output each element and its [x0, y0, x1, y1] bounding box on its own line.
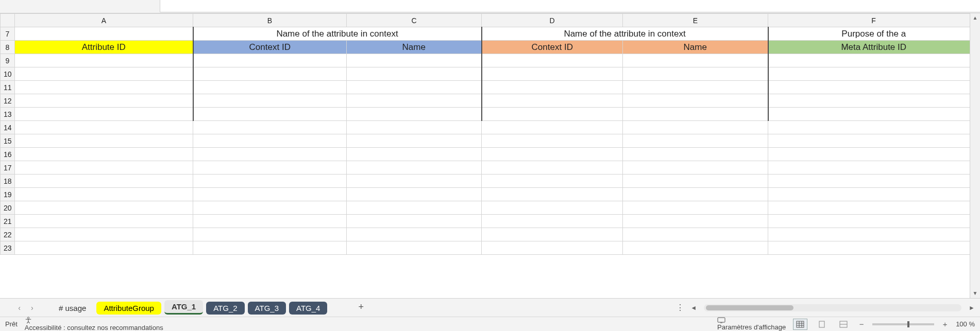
cell-C14[interactable] — [347, 121, 482, 134]
cell-A15[interactable] — [15, 134, 193, 148]
cell-A18[interactable] — [15, 175, 193, 188]
cell-F8[interactable]: Meta Attribute ID — [768, 41, 979, 54]
cell-F14[interactable] — [768, 121, 979, 134]
cell-B17[interactable] — [193, 161, 347, 175]
cell-D11[interactable] — [482, 81, 623, 94]
sheet-nav-prev-icon[interactable]: ‹ — [18, 304, 21, 312]
cell-C21[interactable] — [347, 215, 482, 228]
cell-F22[interactable] — [768, 228, 979, 241]
cell-E20[interactable] — [623, 201, 768, 215]
row-header-21[interactable]: 21 — [1, 215, 15, 228]
formula-bar[interactable] — [160, 0, 980, 12]
cell-D13[interactable] — [482, 108, 623, 121]
row-header-19[interactable]: 19 — [1, 188, 15, 201]
hscroll-left-icon[interactable]: ◄ — [690, 304, 697, 311]
horizontal-scrollbar-thumb[interactable] — [706, 305, 793, 310]
cell-D23[interactable] — [482, 241, 623, 255]
cell-B13[interactable] — [193, 108, 347, 121]
cell-D17[interactable] — [482, 161, 623, 175]
row-header-8[interactable]: 8 — [1, 41, 15, 54]
cell-E8[interactable]: Name — [623, 41, 768, 54]
row-header-15[interactable]: 15 — [1, 134, 15, 148]
row-header-23[interactable]: 23 — [1, 241, 15, 255]
cell-E9[interactable] — [623, 54, 768, 67]
cell-F15[interactable] — [768, 134, 979, 148]
cell-B14[interactable] — [193, 121, 347, 134]
sheet-tab-usage[interactable]: # usage — [52, 302, 93, 315]
cell-A19[interactable] — [15, 188, 193, 201]
cell-F9[interactable] — [768, 54, 979, 67]
row-header-14[interactable]: 14 — [1, 121, 15, 134]
row-header-12[interactable]: 12 — [1, 94, 15, 108]
cell-C13[interactable] — [347, 108, 482, 121]
row-header-16[interactable]: 16 — [1, 148, 15, 161]
cell-C16[interactable] — [347, 148, 482, 161]
cell-E10[interactable] — [623, 67, 768, 81]
cell-B9[interactable] — [193, 54, 347, 67]
horizontal-scrollbar[interactable] — [704, 304, 961, 311]
cell-B21[interactable] — [193, 215, 347, 228]
cell-F17[interactable] — [768, 161, 979, 175]
vertical-scrollbar[interactable]: ▲ ▼ — [970, 13, 980, 298]
add-sheet-button[interactable]: + — [351, 300, 366, 315]
row-header-20[interactable]: 20 — [1, 201, 15, 215]
cell-E17[interactable] — [623, 161, 768, 175]
cell-E12[interactable] — [623, 94, 768, 108]
cell-C12[interactable] — [347, 94, 482, 108]
zoom-level[interactable]: 100 % — [956, 320, 975, 328]
cell-B12[interactable] — [193, 94, 347, 108]
hscroll-right-icon[interactable]: ► — [969, 304, 975, 311]
cell-C15[interactable] — [347, 134, 482, 148]
zoom-in-button[interactable]: + — [941, 320, 949, 328]
cell-B20[interactable] — [193, 201, 347, 215]
zoom-out-button[interactable]: − — [858, 320, 865, 328]
cell-A14[interactable] — [15, 121, 193, 134]
cell-C20[interactable] — [347, 201, 482, 215]
accessibility-status[interactable]: Accessibilité : consultez nos recommanda… — [25, 317, 163, 331]
cell-F13[interactable] — [768, 108, 979, 121]
cell-E11[interactable] — [623, 81, 768, 94]
cell-C23[interactable] — [347, 241, 482, 255]
cell-E23[interactable] — [623, 241, 768, 255]
cell-A17[interactable] — [15, 161, 193, 175]
worksheet-grid[interactable]: A B C D E F 7 Name of the attribute in c… — [0, 13, 980, 298]
cell-D15[interactable] — [482, 134, 623, 148]
row-header-18[interactable]: 18 — [1, 175, 15, 188]
cell-A11[interactable] — [15, 81, 193, 94]
select-all-corner[interactable] — [1, 14, 15, 27]
cell-E14[interactable] — [623, 121, 768, 134]
cell-A10[interactable] — [15, 67, 193, 81]
cell-D16[interactable] — [482, 148, 623, 161]
cell-A20[interactable] — [15, 201, 193, 215]
cell-E21[interactable] — [623, 215, 768, 228]
cell-E16[interactable] — [623, 148, 768, 161]
cell-D20[interactable] — [482, 201, 623, 215]
cell-D10[interactable] — [482, 67, 623, 81]
display-settings-button[interactable]: Paramètres d'affichage — [717, 317, 786, 331]
cell-A23[interactable] — [15, 241, 193, 255]
cell-D22[interactable] — [482, 228, 623, 241]
cell-A22[interactable] — [15, 228, 193, 241]
cell-A21[interactable] — [15, 215, 193, 228]
col-header-A[interactable]: A — [15, 14, 193, 27]
cell-F19[interactable] — [768, 188, 979, 201]
row-header-11[interactable]: 11 — [1, 81, 15, 94]
scroll-down-icon[interactable]: ▼ — [970, 289, 980, 298]
row-header-22[interactable]: 22 — [1, 228, 15, 241]
view-normal-button[interactable] — [793, 319, 807, 330]
col-header-F[interactable]: F — [768, 14, 979, 27]
row-header-7[interactable]: 7 — [1, 27, 15, 41]
col-header-E[interactable]: E — [623, 14, 768, 27]
cell-A7[interactable] — [15, 27, 193, 41]
cell-C10[interactable] — [347, 67, 482, 81]
cell-B15[interactable] — [193, 134, 347, 148]
cell-C19[interactable] — [347, 188, 482, 201]
cell-F20[interactable] — [768, 201, 979, 215]
cell-F10[interactable] — [768, 67, 979, 81]
view-page-break-button[interactable] — [836, 319, 851, 330]
cell-B18[interactable] — [193, 175, 347, 188]
cell-A9[interactable] — [15, 54, 193, 67]
cell-A12[interactable] — [15, 94, 193, 108]
cell-B16[interactable] — [193, 148, 347, 161]
cell-F16[interactable] — [768, 148, 979, 161]
